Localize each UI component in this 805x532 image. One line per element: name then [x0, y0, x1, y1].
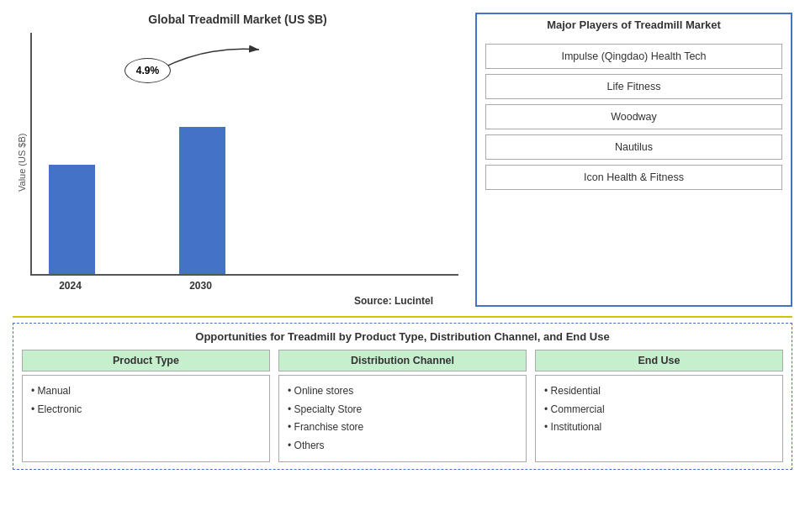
- player-item-2: Life Fitness: [485, 74, 782, 99]
- column-product-type: Product Type Manual Electronic: [22, 350, 270, 462]
- top-section: Global Treadmill Market (US $B) Value (U…: [13, 8, 792, 311]
- bar-2030: [179, 127, 225, 274]
- main-container: Global Treadmill Market (US $B) Value (U…: [0, 0, 805, 532]
- list-item-franchise: Franchise store: [288, 419, 517, 437]
- player-item-3: Woodway: [485, 104, 782, 129]
- column-content-end-use: Residential Commercial Institutional: [535, 375, 783, 462]
- chart-inner: 4.9%: [30, 33, 458, 292]
- list-item-others: Others: [288, 437, 517, 456]
- list-item-commercial: Commercial: [544, 401, 774, 419]
- major-players-title: Major Players of Treadmill Market: [485, 18, 782, 35]
- bar-2024: [49, 165, 95, 274]
- bar-group-2030: [179, 127, 225, 274]
- column-header-end-use: End Use: [535, 350, 783, 371]
- cagr-bubble: 4.9%: [124, 58, 171, 83]
- player-item-5: Icon Health & Fitness: [485, 165, 782, 190]
- list-item-institutional: Institutional: [544, 419, 774, 437]
- list-item-manual: Manual: [31, 382, 261, 401]
- list-item-specialty: Specialty Store: [288, 401, 517, 419]
- chart-title: Global Treadmill Market (US $B): [148, 13, 326, 26]
- column-distribution: Distribution Channel Online stores Speci…: [278, 350, 527, 462]
- section-divider: [13, 316, 792, 318]
- list-item-residential: Residential: [544, 382, 774, 401]
- player-item-4: Nautilus: [485, 134, 782, 160]
- major-players-panel: Major Players of Treadmill Market Impuls…: [475, 13, 792, 307]
- opportunities-title: Opportunities for Treadmill by Product T…: [22, 330, 783, 343]
- column-header-distribution: Distribution Channel: [278, 350, 527, 371]
- arrow-svg: [32, 33, 458, 274]
- chart-wrapper: Value (US $B) 4.9%: [17, 33, 458, 292]
- player-item-1: Impulse (Qingdao) Health Tech: [485, 44, 782, 69]
- chart-area: Global Treadmill Market (US $B) Value (U…: [13, 8, 467, 311]
- list-item-online: Online stores: [288, 382, 517, 401]
- source-label: Source: Lucintel: [17, 295, 458, 307]
- column-end-use: End Use Residential Commercial Instituti…: [535, 350, 783, 462]
- columns-container: Product Type Manual Electronic Distribut…: [22, 350, 783, 462]
- column-header-product-type: Product Type: [22, 350, 270, 371]
- list-item-electronic: Electronic: [31, 401, 261, 419]
- x-labels: 2024 2030: [30, 276, 458, 292]
- column-content-product-type: Manual Electronic: [22, 375, 270, 462]
- bar-group-2024: [49, 165, 95, 274]
- opportunities-section: Opportunities for Treadmill by Product T…: [13, 323, 792, 470]
- x-label-2030: 2030: [177, 280, 224, 292]
- x-label-2024: 2024: [47, 280, 93, 292]
- y-axis-label: Value (US $B): [17, 33, 27, 292]
- column-content-distribution: Online stores Specialty Store Franchise …: [278, 375, 527, 462]
- bars-area: 4.9%: [30, 33, 458, 276]
